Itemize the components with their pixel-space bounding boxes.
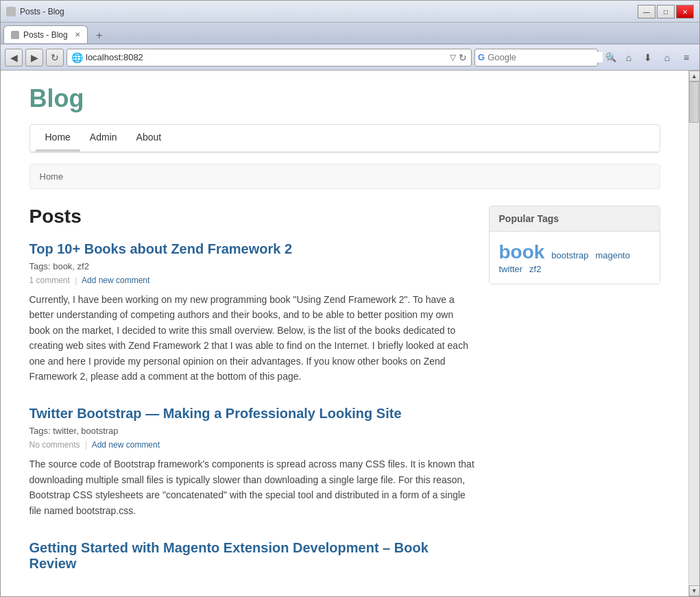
tab-title: Posts - Blog	[20, 7, 64, 16]
tab-label: Posts - Blog	[23, 30, 68, 40]
post-item-2: Twitter Bootstrap — Making a Professiona…	[29, 406, 475, 518]
home-page-icon[interactable]: ⌂	[620, 49, 638, 66]
post-tags-1: Tags: book, zf2	[29, 261, 475, 271]
bookmark-icon[interactable]: ☆	[601, 49, 618, 66]
download-icon[interactable]: ⬇	[639, 49, 657, 66]
tag-zf2-link[interactable]: zf2	[529, 264, 541, 274]
nav-item-about[interactable]: About	[127, 125, 171, 151]
post-tags-2: Tags: twitter, bootstrap	[29, 426, 475, 436]
blog-content: Blog Home Admin About	[9, 71, 681, 596]
search-input[interactable]	[487, 52, 603, 62]
post-item-3: Getting Started with Magento Extension D…	[29, 540, 475, 572]
tab-bar: Posts - Blog ✕ +	[1, 23, 699, 45]
tab-favicon	[6, 7, 16, 16]
forward-button[interactable]: ▶	[25, 49, 43, 66]
nav-icons: ☆ ⌂ ⬇ ⌂ ≡	[601, 49, 695, 66]
maximize-button[interactable]: □	[657, 5, 675, 19]
post-comments-2: No comments | Add new comment	[29, 440, 475, 450]
minimize-button[interactable]: —	[638, 5, 655, 19]
google-icon: G	[478, 52, 485, 62]
scrollbar[interactable]: ▲ ▼	[688, 71, 699, 596]
post-body-1: Currently, I have been working on my new…	[29, 292, 475, 384]
home-button[interactable]: ⌂	[658, 49, 676, 66]
comment-count-1: 1 comment	[29, 276, 70, 285]
blog-title: Blog	[29, 84, 660, 113]
scroll-thumb[interactable]	[689, 82, 699, 123]
post-body-2: The source code of Bootstrap framework's…	[29, 456, 475, 518]
post-title-2: Twitter Bootstrap — Making a Professiona…	[29, 406, 475, 422]
sidebar: Popular Tags book bootstrap magento twit…	[489, 206, 660, 594]
posts-heading: Posts	[29, 206, 475, 228]
new-tab-button[interactable]: +	[90, 28, 108, 43]
post-link-1[interactable]: Top 10+ Books about Zend Framework 2	[29, 241, 293, 256]
scroll-down-button[interactable]: ▼	[689, 585, 700, 596]
popular-tags-body: book bootstrap magento twitter zf2	[490, 232, 660, 284]
add-comment-link-1[interactable]: Add new comment	[82, 276, 149, 285]
breadcrumb: Home	[29, 164, 660, 189]
main-layout: Posts Top 10+ Books about Zend Framework…	[29, 206, 660, 594]
page-wrapper: Blog Home Admin About	[1, 71, 699, 596]
tag-book-link[interactable]: book	[499, 241, 545, 263]
post-link-3[interactable]: Getting Started with Magento Extension D…	[29, 540, 429, 571]
post-item-1: Top 10+ Books about Zend Framework 2 Tag…	[29, 241, 475, 384]
menu-icon[interactable]: ≡	[677, 49, 695, 66]
dropdown-arrow-icon: ▽	[450, 53, 456, 62]
tab-close-button[interactable]: ✕	[75, 31, 80, 38]
popular-tags-widget: Popular Tags book bootstrap magento twit…	[489, 206, 660, 284]
reload-icon[interactable]: ↻	[459, 52, 467, 63]
address-bar-container: 🌐 ▽ ↻	[67, 49, 472, 66]
separator-1: |	[75, 276, 77, 285]
refresh-button[interactable]: ↻	[46, 49, 64, 66]
tab-favicon-icon	[11, 31, 19, 39]
nav-item-home[interactable]: Home	[36, 125, 80, 151]
comment-count-2: No comments	[29, 440, 80, 450]
title-bar: Posts - Blog — □ ✕	[1, 1, 699, 23]
post-link-2[interactable]: Twitter Bootstrap — Making a Professiona…	[29, 406, 402, 421]
back-button[interactable]: ◀	[5, 49, 23, 66]
post-title-3: Getting Started with Magento Extension D…	[29, 540, 475, 572]
tag-bootstrap-link[interactable]: bootstrap	[551, 250, 588, 260]
nav-link-home[interactable]: Home	[36, 125, 80, 151]
close-button[interactable]: ✕	[676, 5, 694, 19]
main-navigation: Home Admin About	[29, 124, 660, 153]
active-tab[interactable]: Posts - Blog ✕	[3, 25, 88, 43]
post-title-1: Top 10+ Books about Zend Framework 2	[29, 241, 475, 257]
page-scroll[interactable]: Blog Home Admin About	[1, 71, 688, 596]
nav-item-admin[interactable]: Admin	[80, 125, 127, 151]
tag-twitter-link[interactable]: twitter	[499, 264, 523, 274]
nav-link-about[interactable]: About	[127, 125, 171, 149]
navigation-bar: ◀ ▶ ↻ 🌐 ▽ ↻ G 🔍 ☆ ⌂ ⬇ ⌂ ≡	[1, 45, 699, 71]
post-comments-1: 1 comment | Add new comment	[29, 276, 475, 285]
add-comment-link-2[interactable]: Add new comment	[92, 440, 160, 450]
tag-magento-link[interactable]: magento	[595, 250, 630, 260]
separator-2: |	[85, 440, 87, 450]
search-bar-container: G 🔍	[474, 49, 598, 66]
address-input[interactable]	[86, 52, 447, 62]
nav-link-admin[interactable]: Admin	[80, 125, 127, 149]
globe-icon: 🌐	[71, 52, 83, 63]
window-controls: — □ ✕	[638, 5, 694, 19]
popular-tags-header: Popular Tags	[490, 206, 660, 232]
scroll-up-button[interactable]: ▲	[689, 71, 700, 82]
posts-area: Posts Top 10+ Books about Zend Framework…	[29, 206, 475, 594]
scroll-track[interactable]	[689, 82, 699, 585]
